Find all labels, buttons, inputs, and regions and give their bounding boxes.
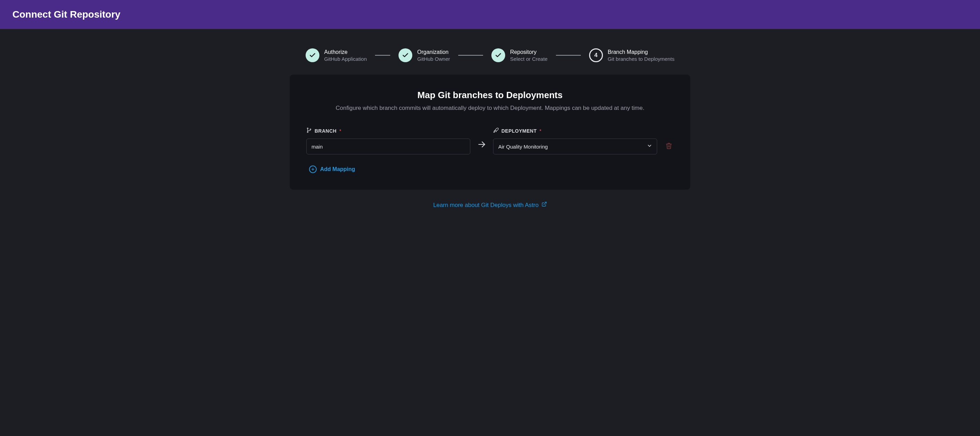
step-connector [375, 55, 390, 56]
branch-icon [306, 128, 312, 134]
learn-more-text: Learn more about Git Deploys with Astro [433, 202, 538, 209]
step-repository: Repository Select or Create [492, 48, 547, 62]
step-authorize: Authorize GitHub Application [305, 48, 367, 62]
step-subtitle: GitHub Owner [417, 56, 450, 62]
check-icon [492, 48, 505, 62]
step-subtitle: Git branches to Deployments [608, 56, 675, 62]
mapping-row: BRANCH * DEPLOYMENT * Air Quality Monito… [306, 128, 674, 155]
deployment-field: DEPLOYMENT * Air Quality Monitoring [493, 128, 657, 155]
step-title: Branch Mapping [608, 49, 675, 55]
check-icon [398, 48, 412, 62]
card-subtitle: Configure which branch commits will auto… [306, 105, 674, 112]
step-title: Organization [417, 49, 450, 55]
delete-mapping-button[interactable] [664, 141, 674, 152]
step-title: Repository [510, 49, 547, 55]
add-mapping-label: Add Mapping [320, 166, 355, 172]
branch-label: BRANCH [315, 128, 337, 134]
stepper: Authorize GitHub Application Organizatio… [0, 29, 980, 75]
check-icon [305, 48, 320, 62]
arrow-right-icon [477, 140, 486, 155]
deployment-select[interactable]: Air Quality Monitoring [493, 139, 657, 155]
step-title: Authorize [324, 49, 367, 55]
step-connector [458, 55, 483, 56]
step-subtitle: GitHub Application [324, 56, 367, 62]
mapping-card: Map Git branches to Deployments Configur… [290, 75, 690, 190]
step-number-icon: 4 [589, 48, 603, 62]
required-indicator: * [539, 128, 541, 134]
footer: Learn more about Git Deploys with Astro [0, 190, 980, 216]
step-subtitle: Select or Create [510, 56, 547, 62]
card-title: Map Git branches to Deployments [306, 90, 674, 101]
external-link-icon [541, 201, 547, 209]
trash-icon [665, 145, 672, 150]
svg-line-6 [544, 202, 546, 204]
required-indicator: * [339, 128, 341, 134]
deployment-label: DEPLOYMENT [501, 128, 537, 134]
rocket-icon [493, 128, 499, 134]
step-organization: Organization GitHub Owner [398, 48, 450, 62]
branch-field: BRANCH * [306, 128, 470, 155]
step-branch-mapping: 4 Branch Mapping Git branches to Deploym… [589, 48, 675, 62]
step-connector [556, 55, 581, 56]
add-mapping-button[interactable]: Add Mapping [306, 164, 358, 174]
header-bar: Connect Git Repository [0, 0, 980, 29]
page-title: Connect Git Repository [13, 9, 967, 20]
plus-circle-icon [309, 166, 317, 173]
branch-input[interactable] [306, 139, 470, 155]
learn-more-link[interactable]: Learn more about Git Deploys with Astro [433, 201, 547, 209]
